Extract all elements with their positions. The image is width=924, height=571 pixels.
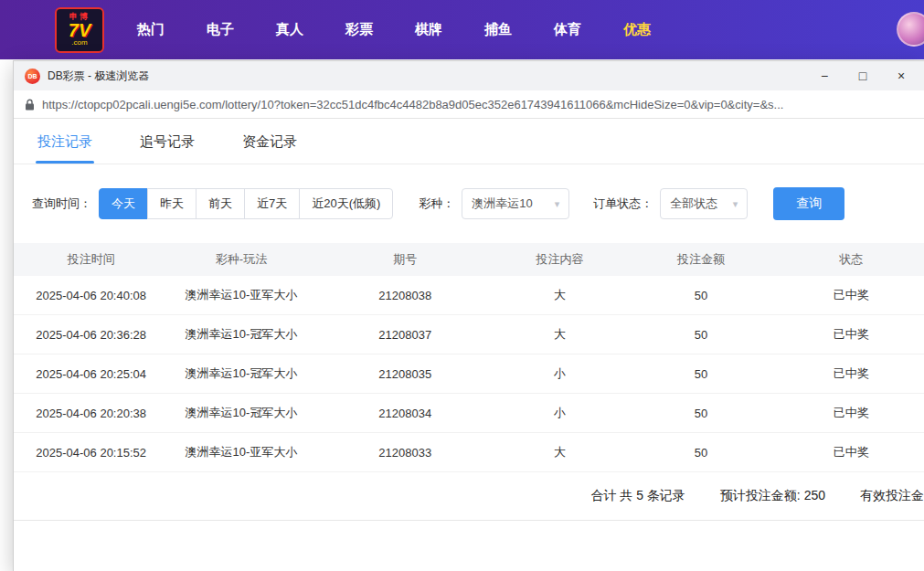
search-button[interactable]: 查询 — [773, 187, 844, 220]
col-header-issue: 期号 — [314, 243, 496, 276]
cell-bet-content: 小 — [496, 354, 623, 394]
time-option-7days[interactable]: 近7天 — [244, 188, 300, 219]
cell-bet-amount: 50 — [623, 315, 778, 354]
col-header-bet-time: 投注时间 — [14, 243, 168, 276]
cell-bet-amount: 50 — [623, 354, 778, 394]
lottery-filter-label: 彩种： — [419, 196, 454, 212]
cell-bet-content: 大 — [496, 315, 623, 354]
cell-bet-time: 2025-04-06 20:25:04 — [14, 354, 168, 394]
cell-lottery-play: 澳洲幸运10-冠军大小 — [168, 354, 313, 394]
col-header-status: 状态 — [779, 243, 924, 276]
col-header-bet-amount: 投注金额 — [623, 243, 778, 276]
main-nav: 热门 电子 真人 彩票 棋牌 捕鱼 体育 优惠 — [130, 16, 658, 44]
tab-chase-records[interactable]: 追号记录 — [140, 133, 195, 164]
cell-lottery-play: 澳洲幸运10-冠军大小 — [168, 394, 313, 433]
cell-bet-content: 小 — [496, 394, 623, 433]
nav-item-promo[interactable]: 优惠 — [616, 16, 658, 44]
window-title: DB彩票 - 极速浏览器 — [48, 69, 149, 84]
minimize-icon[interactable]: − — [816, 69, 833, 82]
page-content: 投注记录 追号记录 资金记录 查询时间： 今天 昨天 前天 近7天 近20天(低… — [14, 119, 924, 571]
time-option-daybefore[interactable]: 前天 — [196, 188, 245, 219]
bet-records-table: 投注时间 彩种-玩法 期号 投注内容 投注金额 状态 2025-04-06 20… — [14, 243, 924, 472]
chevron-down-icon: ▾ — [733, 198, 738, 210]
status-badge: 已中奖 — [779, 315, 924, 354]
filter-bar: 查询时间： 今天 昨天 前天 近7天 近20天(低频) 彩种： 澳洲幸运10 ▾… — [14, 164, 924, 243]
status-select-value: 全部状态 — [670, 196, 717, 212]
nav-item-sports[interactable]: 体育 — [547, 16, 589, 44]
time-option-yesterday[interactable]: 昨天 — [147, 188, 196, 219]
address-bar: https://ctopcp02pcali.uengi5e.com/lotter… — [14, 90, 924, 119]
cell-bet-amount: 50 — [623, 433, 778, 472]
col-header-bet-content: 投注内容 — [496, 243, 623, 276]
cell-bet-content: 大 — [496, 276, 623, 315]
table-row[interactable]: 2025-04-06 20:15:52 澳洲幸运10-亚军大小 21208033… — [14, 433, 924, 472]
cell-issue: 21208033 — [314, 433, 496, 472]
user-avatar[interactable] — [897, 12, 924, 47]
close-icon[interactable]: × — [893, 69, 909, 82]
url-text[interactable]: https://ctopcp02pcali.uengi5e.com/lotter… — [42, 98, 913, 111]
cell-bet-time: 2025-04-06 20:36:28 — [14, 315, 168, 354]
time-option-today[interactable]: 今天 — [99, 188, 148, 219]
chevron-down-icon: ▾ — [555, 198, 560, 210]
cell-lottery-play: 澳洲幸运10-冠军大小 — [168, 315, 313, 354]
cell-bet-amount: 50 — [623, 276, 778, 315]
table-row[interactable]: 2025-04-06 20:36:28 澳洲幸运10-冠军大小 21208037… — [14, 315, 924, 354]
nav-item-chess[interactable]: 棋牌 — [408, 16, 450, 44]
site-logo[interactable]: 申博 7V .com — [55, 7, 104, 53]
cell-lottery-play: 澳洲幸运10-亚军大小 — [168, 433, 313, 472]
lottery-select-value: 澳洲幸运10 — [472, 196, 532, 212]
cell-issue: 21208035 — [314, 354, 496, 394]
site-topbar: 申博 7V .com 热门 电子 真人 彩票 棋牌 捕鱼 体育 优惠 — [0, 0, 924, 59]
status-badge: 已中奖 — [779, 354, 924, 394]
status-badge: 已中奖 — [779, 394, 924, 433]
nav-item-fishing[interactable]: 捕鱼 — [477, 16, 519, 44]
status-badge: 已中奖 — [779, 433, 924, 472]
cell-lottery-play: 澳洲幸运10-亚军大小 — [168, 276, 313, 315]
summary-bar: 合计 共 5 条记录 预计投注金额: 250 有效投注金额 — [14, 472, 924, 521]
nav-item-hot[interactable]: 热门 — [130, 16, 172, 44]
nav-item-live[interactable]: 真人 — [269, 16, 311, 44]
record-tabs: 投注记录 追号记录 资金记录 — [14, 119, 924, 164]
cell-issue: 21208038 — [314, 276, 496, 315]
table-row[interactable]: 2025-04-06 20:40:08 澳洲幸运10-亚军大小 21208038… — [14, 276, 924, 315]
logo-text-main: 7V — [69, 21, 90, 39]
screen: 申博 7V .com 热门 电子 真人 彩票 棋牌 捕鱼 体育 优惠 DB DB… — [0, 0, 924, 571]
time-range-group: 今天 昨天 前天 近7天 近20天(低频) — [99, 188, 393, 219]
cell-bet-amount: 50 — [623, 394, 778, 433]
table-row[interactable]: 2025-04-06 20:20:38 澳洲幸运10-冠军大小 21208034… — [14, 394, 924, 433]
table-header-row: 投注时间 彩种-玩法 期号 投注内容 投注金额 状态 — [14, 243, 924, 276]
logo-text-sub: .com — [71, 39, 87, 47]
summary-valid-amount: 有效投注金额 — [860, 488, 924, 504]
status-filter-label: 订单状态： — [593, 196, 653, 212]
lottery-select[interactable]: 澳洲幸运10 ▾ — [462, 188, 569, 219]
nav-item-lottery[interactable]: 彩票 — [338, 16, 380, 44]
time-filter-label: 查询时间： — [32, 196, 91, 212]
lock-icon — [25, 99, 35, 111]
cell-bet-time: 2025-04-06 20:20:38 — [14, 394, 168, 433]
browser-window: DB DB彩票 - 极速浏览器 − □ × https://ctopcp02pc… — [13, 60, 924, 571]
cell-issue: 21208037 — [314, 315, 496, 354]
cell-issue: 21208034 — [314, 394, 496, 433]
summary-expected-amount: 预计投注金额: 250 — [720, 488, 825, 504]
nav-item-electronic[interactable]: 电子 — [199, 16, 241, 44]
summary-total-count: 合计 共 5 条记录 — [590, 488, 685, 504]
status-badge: 已中奖 — [779, 276, 924, 315]
window-titlebar[interactable]: DB DB彩票 - 极速浏览器 − □ × — [14, 61, 924, 90]
app-icon: DB — [25, 69, 40, 84]
cell-bet-content: 大 — [496, 433, 623, 472]
time-option-20days[interactable]: 近20天(低频) — [299, 188, 393, 219]
window-controls: − □ × — [816, 69, 913, 82]
cell-bet-time: 2025-04-06 20:15:52 — [14, 433, 168, 472]
cell-bet-time: 2025-04-06 20:40:08 — [14, 276, 168, 315]
maximize-icon[interactable]: □ — [855, 69, 871, 82]
tab-fund-records[interactable]: 资金记录 — [242, 133, 297, 164]
status-select[interactable]: 全部状态 ▾ — [660, 188, 748, 219]
col-header-lottery-play: 彩种-玩法 — [168, 243, 313, 276]
tab-bet-records[interactable]: 投注记录 — [37, 133, 92, 164]
table-row[interactable]: 2025-04-06 20:25:04 澳洲幸运10-冠军大小 21208035… — [14, 354, 924, 394]
